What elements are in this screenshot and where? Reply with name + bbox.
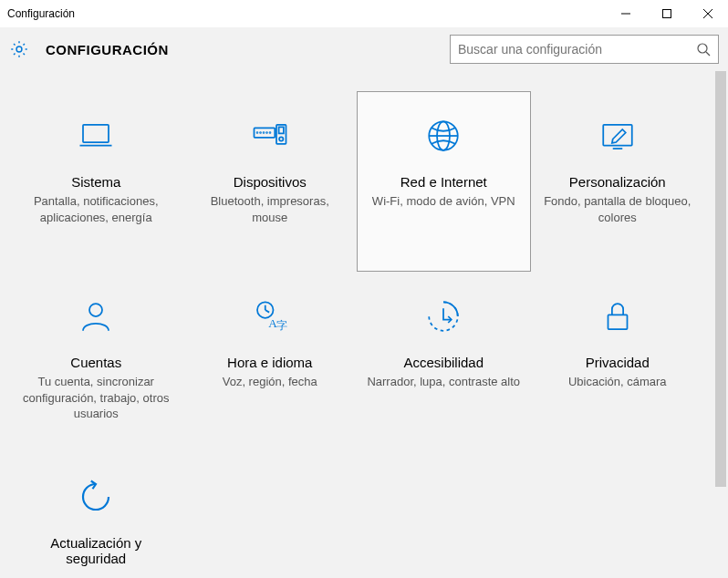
tile-desc: Voz, región, fecha — [223, 374, 317, 390]
tile-name: Actualización y seguridad — [19, 535, 173, 566]
tile-name: Sistema — [71, 174, 120, 190]
tile-name: Accesibilidad — [403, 355, 484, 370]
page-header: CONFIGURACIÓN — [0, 27, 728, 71]
svg-rect-7 — [83, 125, 109, 142]
tile-desc: Wi-Fi, modo de avión, VPN — [372, 193, 515, 210]
tile-name: Privacidad — [586, 355, 650, 370]
svg-point-13 — [266, 132, 267, 133]
svg-line-6 — [706, 52, 710, 56]
tile-desc: Fondo, pantalla de bloqueo, colores — [541, 193, 695, 225]
page-title: CONFIGURACIÓN — [46, 42, 450, 57]
tile-name: Hora e idioma — [227, 355, 312, 370]
svg-point-11 — [260, 132, 261, 133]
tile-accesibilidad[interactable]: Accesibilidad Narrador, lupa, contraste … — [357, 272, 531, 452]
devices-icon — [251, 108, 289, 163]
accessibility-icon — [424, 289, 463, 344]
svg-point-12 — [263, 132, 264, 133]
search-input[interactable] — [458, 42, 696, 57]
tile-cuentas[interactable]: Cuentas Tu cuenta, sincronizar configura… — [9, 272, 183, 452]
minimize-button[interactable] — [605, 0, 646, 27]
vertical-scrollbar[interactable] — [713, 71, 728, 578]
svg-point-23 — [89, 304, 102, 316]
window-title: Configuración — [7, 7, 605, 20]
maximize-button[interactable] — [646, 0, 687, 27]
svg-rect-29 — [608, 315, 627, 329]
tile-desc: Bluetooth, impresoras, mouse — [193, 193, 348, 225]
svg-point-4 — [16, 46, 22, 52]
search-icon — [696, 42, 711, 57]
svg-point-10 — [256, 132, 257, 133]
tile-privacidad[interactable]: Privacidad Ubicación, cámara — [531, 272, 705, 452]
update-icon — [77, 470, 115, 524]
tile-name: Red e Internet — [400, 174, 487, 190]
svg-rect-17 — [278, 127, 283, 133]
lock-icon — [598, 289, 637, 344]
tile-actualizacion[interactable]: Actualización y seguridad — [9, 452, 183, 578]
close-button[interactable] — [687, 0, 728, 27]
svg-line-26 — [265, 310, 269, 313]
tile-dispositivos[interactable]: Dispositivos Bluetooth, impresoras, mous… — [183, 91, 358, 272]
tile-red-internet[interactable]: Red e Internet Wi-Fi, modo de avión, VPN — [357, 91, 531, 272]
window-titlebar: Configuración — [0, 0, 728, 27]
tile-desc: Tu cuenta, sincronizar configuración, tr… — [19, 374, 173, 422]
time-language-icon: A 字 — [251, 289, 289, 344]
tile-hora-idioma[interactable]: A 字 Hora e idioma Voz, región, fecha — [183, 272, 358, 452]
svg-point-16 — [279, 137, 283, 140]
tile-desc: Pantalla, notificaciones, aplicaciones, … — [19, 193, 173, 225]
tile-desc: Narrador, lupa, contraste alto — [367, 374, 520, 390]
tile-name: Personalización — [569, 174, 666, 190]
gear-icon — [9, 39, 29, 59]
search-box[interactable] — [450, 35, 719, 64]
person-icon — [77, 289, 115, 344]
tile-personalizacion[interactable]: Personalización Fondo, pantalla de bloqu… — [531, 91, 705, 272]
svg-point-5 — [698, 44, 707, 53]
tile-desc: Ubicación, cámara — [568, 374, 667, 390]
svg-text:字: 字 — [276, 319, 287, 332]
svg-rect-1 — [662, 10, 671, 18]
globe-icon — [424, 108, 463, 163]
tile-name: Dispositivos — [234, 174, 307, 190]
tile-name: Cuentas — [70, 355, 121, 370]
tile-sistema[interactable]: Sistema Pantalla, notificaciones, aplica… — [9, 91, 183, 272]
settings-grid: Sistema Pantalla, notificaciones, aplica… — [0, 71, 713, 578]
scrollbar-thumb[interactable] — [715, 71, 726, 487]
personalize-icon — [598, 108, 637, 163]
svg-point-14 — [269, 132, 270, 133]
laptop-icon — [77, 108, 115, 163]
